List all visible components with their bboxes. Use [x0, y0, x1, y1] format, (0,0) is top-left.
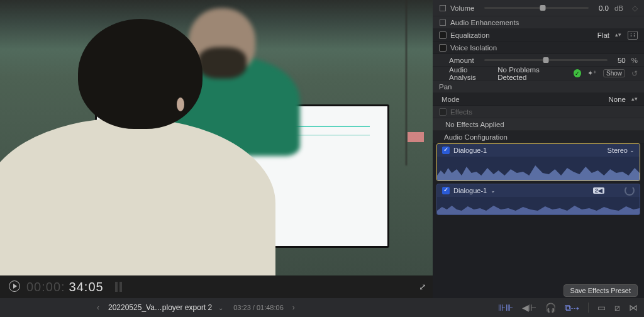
clip-position: 03:23 / 01:48:06 [233, 304, 284, 311]
effects-header: Effects [433, 106, 644, 118]
mode-row: Mode None ▴▾ [433, 93, 644, 106]
audio-config-label: Audio Configuration [444, 133, 508, 141]
footer-bar: Save Effects Preset ‹ 20220525_Va…ployer… [0, 298, 644, 317]
next-clip-button[interactable]: › [290, 303, 297, 312]
audio-inspector: 🞎 Volume 0.0 dB ◇ 🞎 Audio Enhancements E… [433, 0, 644, 298]
reset-icon[interactable]: ↺ [631, 69, 638, 78]
volume-row: 🞎 Volume 0.0 dB ◇ [433, 0, 644, 16]
audio-analysis-label: Audio Analysis [449, 66, 494, 81]
volume-value[interactable]: 0.0 [599, 4, 609, 12]
enhancements-icon: 🞎 [439, 19, 447, 26]
equalization-row: Equalization Flat ▴▾ ⫶⫶ [433, 29, 644, 42]
enhancements-label: Audio Enhancements [450, 19, 519, 26]
clip-name: Dialogue-1 [453, 187, 487, 194]
amount-value[interactable]: 50 [618, 57, 626, 64]
volume-label: Volume [450, 4, 474, 12]
play-button[interactable] [9, 281, 20, 292]
viewer-panel: 00:00:34:05 ⤢ [0, 0, 433, 298]
snapping-icon[interactable]: ⧉⇢ [565, 303, 579, 313]
waveform [437, 157, 640, 181]
tool-select-icon[interactable]: ▭ [597, 303, 606, 313]
audio-config-header: Audio Configuration [433, 131, 644, 143]
clip-title[interactable]: 20220525_Va…ployer export 2 [108, 303, 212, 312]
chevron-down-icon[interactable]: ⌄ [218, 304, 223, 311]
eq-graph-icon[interactable]: ⫶⫶ [628, 31, 638, 40]
amount-label: Amount [449, 57, 474, 64]
tool-range-icon[interactable]: ⧄ [614, 303, 620, 313]
magic-wand-icon[interactable]: ✦⁺ [587, 69, 597, 77]
audio-clip-2[interactable]: Dialogue-1 ⌄ 2◀ [436, 184, 640, 215]
loading-spinner [625, 186, 635, 196]
skimming-icon[interactable]: ⊪⊪ [498, 303, 513, 313]
prev-clip-button[interactable]: ‹ [94, 303, 102, 312]
audio-analysis-value: No Problems Detected [497, 66, 567, 81]
pan-header: Pan [433, 81, 644, 93]
clip-checkbox[interactable] [442, 187, 450, 194]
mode-value[interactable]: None [609, 96, 626, 103]
viewer-canvas[interactable] [0, 0, 433, 275]
solo-icon[interactable]: 🎧 [545, 303, 556, 313]
pan-label: Pan [439, 83, 452, 91]
equalization-value[interactable]: Flat [597, 31, 609, 39]
waveform [437, 197, 640, 214]
voice-isolation-label: Voice Isolation [450, 44, 497, 52]
clip-channel[interactable]: Stereo [608, 147, 628, 154]
clip-checkbox[interactable] [442, 147, 450, 154]
timeline-marker [408, 132, 424, 142]
audio-clip-1[interactable]: Dialogue-1 Stereo ⌄ [436, 143, 640, 181]
save-effects-preset-button[interactable]: Save Effects Preset [564, 284, 638, 297]
audio-skimming-icon[interactable]: ◀⊩ [522, 303, 536, 313]
amount-slider[interactable] [484, 59, 608, 61]
no-effects-row: No Effects Applied [433, 118, 644, 131]
chevron-down-icon[interactable]: ⌄ [630, 147, 635, 153]
audio-analysis-row: Audio Analysis No Problems Detected ✓ ✦⁺… [433, 67, 644, 81]
pause-indicator [115, 282, 122, 292]
volume-icon: 🞎 [439, 4, 447, 12]
equalization-label: Equalization [450, 31, 490, 39]
equalization-checkbox[interactable] [439, 31, 447, 39]
fullscreen-button[interactable]: ⤢ [419, 282, 426, 292]
effects-label: Effects [450, 108, 472, 116]
amount-unit: % [631, 57, 638, 64]
keyframe-icon[interactable]: ◇ [632, 4, 638, 13]
effects-checkbox [439, 108, 447, 116]
voice-isolation-row: Voice Isolation [433, 42, 644, 54]
chevron-down-icon[interactable]: ⌄ [491, 187, 496, 194]
tool-blade-icon[interactable]: ⋈ [629, 303, 638, 313]
amount-row: Amount 50 % [433, 54, 644, 67]
timecode-main[interactable]: 34:05 [69, 280, 104, 294]
chevron-updown-icon[interactable]: ▴▾ [631, 97, 638, 101]
no-effects-label: No Effects Applied [445, 121, 504, 128]
viewer-transport: 00:00:34:05 ⤢ [0, 275, 433, 298]
show-button[interactable]: Show [603, 69, 625, 77]
mode-label: Mode [441, 96, 460, 103]
analysis-ok-icon: ✓ [574, 69, 581, 77]
enhancements-header: 🞎 Audio Enhancements [433, 16, 644, 29]
volume-unit: dB [614, 4, 623, 12]
voice-isolation-checkbox[interactable] [439, 44, 447, 52]
timecode-prefix: 00:00: [26, 280, 65, 294]
clip-name: Dialogue-1 [453, 147, 487, 154]
channel-badge: 2◀ [593, 187, 604, 194]
volume-slider[interactable] [484, 7, 589, 9]
chevron-updown-icon[interactable]: ▴▾ [615, 33, 621, 36]
